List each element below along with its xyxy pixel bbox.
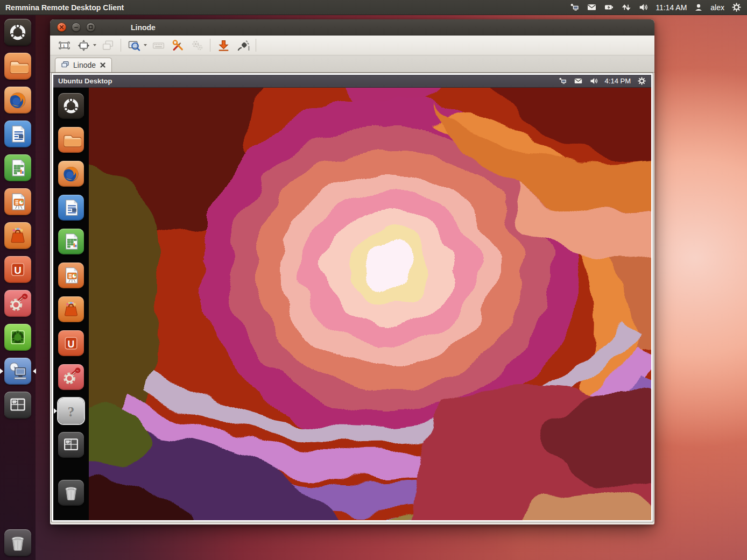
remote-wallpaper: [89, 88, 651, 520]
launcher-item-software-center[interactable]: [4, 222, 31, 249]
keyboard-grab-icon: [152, 39, 165, 52]
svg-text:U: U: [14, 265, 22, 276]
sync-arrows-icon[interactable]: [621, 2, 631, 12]
preferences-gears-icon: [191, 39, 204, 52]
volume-icon[interactable]: [589, 76, 598, 86]
svg-text:1: 1: [62, 43, 65, 48]
session-gear-icon[interactable]: [637, 76, 646, 86]
firefox-icon: [7, 89, 29, 111]
toolbar-scaled-view-button[interactable]: [124, 38, 144, 53]
focused-indicator: [33, 368, 36, 374]
toolbar-separator: [121, 39, 121, 52]
help-icon: ?: [61, 401, 81, 421]
lo-calc-icon: [61, 231, 81, 252]
window-minimize-button[interactable]: [72, 23, 81, 32]
lo-writer-icon: [7, 123, 29, 145]
toolbar-disconnect-plug-button[interactable]: [233, 38, 252, 53]
mail-icon[interactable]: [587, 2, 597, 12]
disconnect-plug-icon: [236, 39, 250, 52]
remote-clock[interactable]: 4:14 PM: [605, 77, 631, 85]
launcher-item-software-center[interactable]: [58, 296, 84, 322]
running-indicator: [0, 368, 3, 374]
trash-icon: [61, 483, 81, 503]
launcher-item-lo-calc[interactable]: [58, 229, 84, 254]
window-close-button[interactable]: [57, 23, 66, 32]
toolbar-scaled-view-dropdown[interactable]: [142, 38, 149, 53]
toolbar-fullscreen-button[interactable]: [74, 38, 93, 53]
workspace-switcher-icon: [61, 435, 81, 455]
home-folder-icon: [7, 55, 29, 77]
launcher-item-system-settings[interactable]: [4, 290, 31, 317]
ubuntu-dash-icon: [61, 96, 81, 116]
remote-tray: 4:14 PM: [558, 76, 651, 86]
tab-window-icon: [61, 60, 69, 70]
host-username[interactable]: alex: [710, 3, 724, 12]
window-controls: [57, 23, 95, 32]
launcher-item-trash[interactable]: [58, 480, 84, 506]
launcher-item-lo-writer[interactable]: [58, 195, 84, 221]
launcher-item-ubuntu-dash[interactable]: [58, 93, 84, 119]
launcher-item-help[interactable]: ?: [58, 398, 84, 424]
scale-window-icon: 1: [58, 39, 71, 52]
volume-icon[interactable]: [638, 2, 649, 12]
user-icon[interactable]: [694, 3, 703, 12]
launcher-item-ubuntu-dash[interactable]: [4, 19, 31, 46]
lo-writer-icon: [61, 197, 81, 218]
lo-calc-icon: [7, 157, 29, 179]
session-gear-icon[interactable]: [731, 2, 742, 12]
toolbar-tools-button[interactable]: [168, 38, 187, 53]
launcher-item-ubuntu-green[interactable]: [4, 324, 31, 351]
remmina-icon: [7, 360, 29, 382]
launcher-item-firefox[interactable]: [58, 161, 84, 187]
launcher-item-workspace-switcher[interactable]: [4, 392, 31, 419]
host-launcher: U: [0, 15, 36, 560]
tab-linode[interactable]: Linode: [55, 58, 112, 72]
launcher-item-ubuntu-one[interactable]: U: [58, 330, 84, 356]
home-folder-icon: [61, 130, 81, 150]
host-clock[interactable]: 11:14 AM: [656, 3, 687, 12]
host-app-title: Remmina Remote Desktop Client: [0, 3, 124, 12]
ubuntu-green-icon: [7, 327, 29, 348]
launcher-item-firefox[interactable]: [4, 87, 31, 114]
software-center-icon: [61, 299, 81, 320]
system-settings-icon: [7, 293, 29, 314]
launcher-item-lo-writer[interactable]: [4, 120, 31, 147]
svg-text:?: ?: [68, 405, 74, 419]
launcher-item-lo-impress[interactable]: [4, 188, 31, 215]
toolbar-preferences-gears-button: [187, 38, 207, 53]
window-maximize-button[interactable]: [86, 23, 95, 32]
toolbar-separator: [210, 39, 210, 52]
launcher-item-lo-calc[interactable]: [4, 154, 31, 181]
ubuntu-dash-icon: [7, 22, 29, 43]
battery-icon[interactable]: [604, 2, 614, 12]
scaled-view-icon: [128, 39, 141, 52]
fullscreen-icon: [77, 39, 90, 52]
tab-close-icon[interactable]: [100, 62, 106, 68]
mail-icon[interactable]: [574, 76, 583, 86]
launcher-item-trash[interactable]: [4, 529, 31, 556]
remote-launcher: U?: [53, 88, 89, 520]
firefox-icon: [61, 164, 81, 184]
toolbar-fullscreen-dropdown[interactable]: [91, 38, 98, 53]
network-icon[interactable]: [569, 2, 580, 12]
launcher-item-remmina[interactable]: [4, 358, 31, 385]
ubuntu-one-icon: U: [61, 333, 81, 353]
launcher-item-system-settings[interactable]: [58, 364, 84, 390]
system-settings-icon: [61, 367, 81, 387]
toolbar-scale-window-button[interactable]: 1: [54, 38, 74, 53]
network-icon[interactable]: [558, 76, 567, 86]
running-indicator: [54, 408, 57, 414]
launcher-item-workspace-switcher[interactable]: [58, 432, 84, 458]
remote-desktop-view[interactable]: Ubuntu Desktop 4:14 PM U?: [53, 75, 651, 520]
launcher-item-ubuntu-one[interactable]: U: [4, 256, 31, 283]
toolbar-duplicate-connection-button: [98, 38, 117, 53]
launcher-item-home-folder[interactable]: [4, 53, 31, 80]
window-titlebar[interactable]: Linode: [50, 19, 654, 36]
workspace-switcher-icon: [7, 394, 29, 416]
toolbar-import-grab-button[interactable]: [214, 38, 233, 53]
software-center-icon: [7, 225, 29, 246]
lo-impress-icon: [61, 265, 81, 286]
launcher-item-lo-impress[interactable]: [58, 263, 84, 288]
window-title: Linode: [131, 23, 156, 32]
launcher-item-home-folder[interactable]: [58, 127, 84, 153]
